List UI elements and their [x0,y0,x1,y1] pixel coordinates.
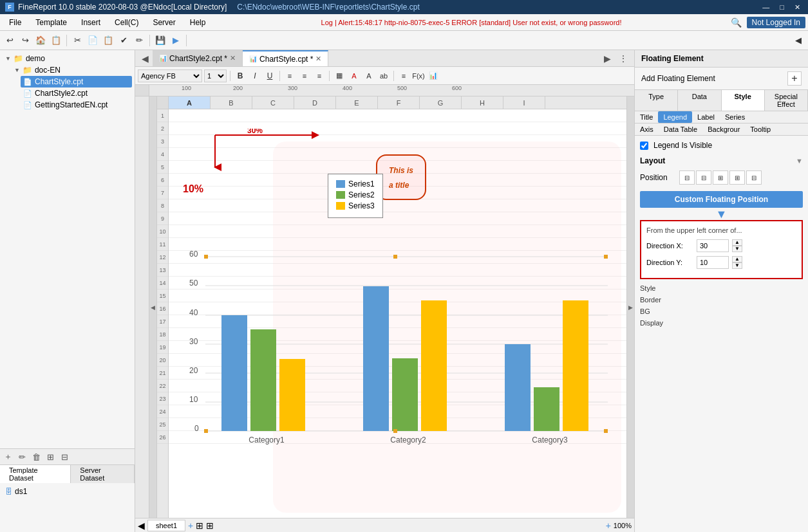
tab-nav-left[interactable]: ◀ [138,50,153,66]
sheet-add-btn[interactable]: + [188,520,193,531]
toolbar-edit[interactable]: ✏ [132,33,146,48]
toolbar-paste2[interactable]: 📋 [101,33,115,48]
svg-text:40: 40 [189,308,198,317]
tree-item-doc-en[interactable]: ▼ 📁 doc-EN [12,64,132,76]
pos-btn-1[interactable]: ⊟ [679,170,695,185]
toolbar-home[interactable]: 🏠 [33,33,48,48]
fmt-bgcolor[interactable]: A [362,69,375,82]
tree-item-chartstyle[interactable]: 📄 ChartStyle.cpt [21,76,132,87]
spin-y-down[interactable]: ▼ [732,262,742,269]
panel-tab-special[interactable]: Special Effect [765,90,808,111]
maximize-btn[interactable]: □ [777,3,787,12]
fmt-border[interactable]: ≡ [397,69,410,82]
sheet-grid-btn2[interactable]: ⊞ [206,520,214,531]
fmt-chart[interactable]: 📊 [427,69,440,82]
panel-tab-style[interactable]: Style [722,90,765,111]
dataset-item-ds1[interactable]: 🗄 ds1 [3,486,132,497]
spin-y-up[interactable]: ▲ [732,256,742,262]
grid-row-1[interactable] [169,109,626,122]
minimize-btn[interactable]: — [760,3,772,12]
fmt-align-left[interactable]: ≡ [283,69,296,82]
sheet-nav-left[interactable]: ◀ [138,520,145,531]
fmt-underline[interactable]: U [263,69,276,82]
tab-close-chartstyle[interactable]: ✕ [315,55,321,63]
legend-color-series1 [336,180,345,188]
font-select[interactable]: Agency FB [138,69,202,82]
font-size-select[interactable]: 1 [204,69,227,82]
toolbar-run[interactable]: ▶ [169,33,183,48]
ds-expand-btn[interactable]: ⊞ [44,450,57,463]
toolbar-collapse-left[interactable]: ◀ [791,33,805,48]
subtab-backgrour[interactable]: Backgrour [702,124,745,135]
subtab-tooltip[interactable]: Tooltip [745,124,776,135]
fmt-align-right[interactable]: ≡ [313,69,326,82]
toolbar-save[interactable]: 💾 [153,33,167,48]
sheet-tab-sheet1[interactable]: sheet1 [147,520,185,531]
panel-tab-data[interactable]: Data [678,90,721,111]
close-btn[interactable]: ✕ [792,3,803,12]
custom-floating-btn[interactable]: Custom Floating Position [640,191,803,208]
menu-insert[interactable]: Insert [75,17,107,28]
legend-visible-checkbox[interactable] [640,142,648,150]
ds-add-btn[interactable]: ＋ [1,450,14,463]
fmt-italic[interactable]: I [249,69,261,82]
menu-file[interactable]: File [3,17,28,28]
direction-y-input[interactable] [697,256,729,269]
direction-x-spinner[interactable]: ▲ ▼ [732,239,742,252]
subtab-series[interactable]: Series [720,111,750,123]
subtab-title[interactable]: Title [635,111,658,123]
toolbar-redo[interactable]: ↪ [18,33,32,48]
menu-cell[interactable]: Cell(C) [108,17,145,28]
fmt-bold[interactable]: B [234,69,247,82]
panel-collapse-right[interactable]: ▶ [626,96,634,518]
subtab-datatable[interactable]: Data Table [659,124,702,135]
panel-collapse-left[interactable]: ◀ [149,96,157,518]
layout-dropdown[interactable]: ▼ [796,157,803,165]
ds-delete-btn[interactable]: 🗑 [30,450,42,463]
ds-edit-btn[interactable]: ✏ [15,450,28,463]
spin-x-down[interactable]: ▼ [732,246,742,252]
pos-btn-3[interactable]: ⊞ [713,170,728,185]
add-floating-btn[interactable]: + [787,71,802,86]
tab-nav-right[interactable]: ▶ [600,50,615,66]
tree-item-gettingstarted[interactable]: 📄 GettingStartedEN.cpt [21,99,132,111]
direction-x-input[interactable] [697,239,729,252]
fmt-formula[interactable]: F(x) [412,69,425,82]
fmt-align-center[interactable]: ≡ [298,69,311,82]
sheet-grid-btn[interactable]: ⊞ [196,520,203,531]
tab-nav-menu[interactable]: ⋮ [615,50,632,66]
search-icon[interactable]: 🔍 [731,17,742,28]
toolbar-paste[interactable]: 📄 [86,33,100,48]
tree-item-chartstyle2[interactable]: 📄 ChartStyle2.cpt [21,87,132,99]
panel-tab-type[interactable]: Type [635,90,678,111]
toolbar-undo[interactable]: ↩ [3,33,17,48]
zoom-add-btn[interactable]: + [606,520,611,531]
dataset-tab-server[interactable]: Server Dataset [71,465,135,483]
menu-template[interactable]: Template [29,17,73,28]
subtab-legend[interactable]: Legend [658,111,692,123]
direction-y-spinner[interactable]: ▲ ▼ [732,256,742,269]
toolbar-copy[interactable]: 📋 [49,33,63,48]
pos-btn-5[interactable]: ⊟ [746,170,762,185]
pos-btn-2[interactable]: ⊟ [696,170,711,185]
tab-chartstyle2[interactable]: 📊 ChartStyle2.cpt * ✕ [153,50,243,66]
menu-help[interactable]: Help [183,17,212,28]
tree-item-demo[interactable]: ▼ 📁 demo [3,53,132,64]
dataset-tab-template[interactable]: Template Dataset [0,465,71,483]
menu-server[interactable]: Server [146,17,182,28]
legend-label-series3: Series3 [348,201,375,210]
subtab-label[interactable]: Label [692,111,720,123]
fmt-fontcolor[interactable]: A [348,69,361,82]
toolbar-check[interactable]: ✔ [117,33,131,48]
fmt-ab[interactable]: ab [377,69,390,82]
login-status[interactable]: Not Logged In [747,17,805,28]
ds-collapse-btn[interactable]: ⊟ [58,450,71,463]
tab-chartstyle[interactable]: 📊 ChartStyle.cpt * ✕ [243,50,328,66]
title-bar-controls[interactable]: — □ ✕ [760,3,803,12]
toolbar-cut[interactable]: ✂ [70,33,84,48]
pos-btn-4[interactable]: ⊞ [729,170,745,185]
subtab-axis[interactable]: Axis [635,124,659,135]
spin-x-up[interactable]: ▲ [732,239,742,246]
tab-close-chartstyle2[interactable]: ✕ [230,54,236,62]
fmt-grid[interactable]: ▦ [333,69,346,82]
